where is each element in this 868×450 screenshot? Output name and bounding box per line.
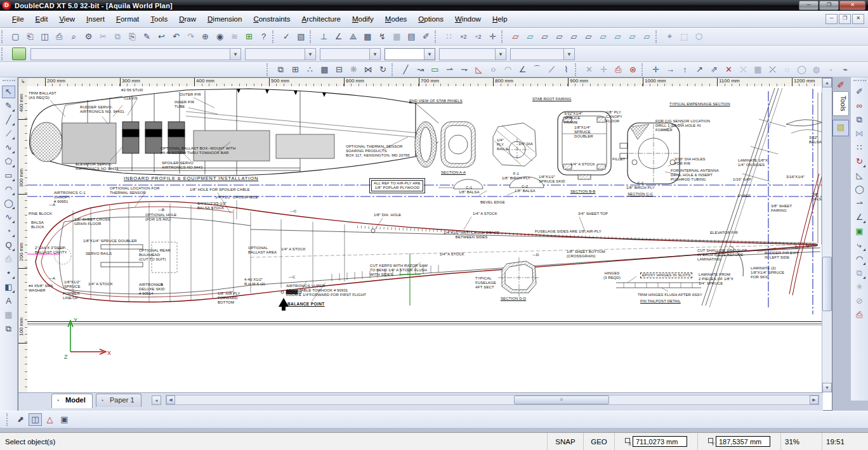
toolbar-grip[interactable] [641, 63, 647, 76]
explode-tool-icon[interactable]: ✳ [853, 281, 866, 293]
double-line-icon[interactable]: ⇀ [443, 63, 456, 76]
zoom-window-icon[interactable]: ⊕ [199, 30, 212, 43]
array-linear-icon[interactable]: ⊟ [332, 63, 346, 76]
hatch-combo[interactable]: ▾ [510, 48, 575, 60]
polyline-tool-icon[interactable]: ⟋ [2, 127, 15, 140]
toolbar-grip[interactable] [853, 80, 866, 85]
ellipse-tool-icon[interactable]: ◔ [2, 225, 15, 238]
region-tool-icon[interactable]: ▣ [853, 225, 866, 238]
plot-region-icon[interactable]: ⎙ [612, 63, 625, 76]
view-iso-ne-icon[interactable]: ▱ [596, 30, 610, 43]
menu-item[interactable]: Format [110, 11, 145, 27]
polyline-tool-icon[interactable]: ⇀ [853, 197, 866, 210]
menu-item[interactable]: Constraints [247, 11, 296, 27]
select-window-icon[interactable]: ⬚ [678, 30, 691, 43]
view-iso-se-icon[interactable]: ▱ [626, 30, 639, 43]
snap-quadrant-icon[interactable]: ◯ [795, 63, 808, 76]
break-icon[interactable]: ✕ [582, 63, 596, 76]
polyline-tool-icon[interactable]: ↝ [414, 63, 427, 76]
vertical-ruler[interactable]: 400 mm300 mm200 mm100 mm [18, 86, 28, 392]
plot-tool-icon[interactable]: ⎙ [853, 309, 866, 321]
toolbar-grip[interactable] [1, 48, 7, 60]
back-icon[interactable]: ↩ [155, 30, 168, 43]
view-right-icon[interactable]: ▱ [553, 30, 566, 43]
snap-bearing-icon[interactable]: ⇗ [707, 63, 721, 76]
group-tool-icon[interactable]: ⧉ [853, 267, 866, 280]
protractor-icon[interactable]: ⟁ [346, 30, 360, 43]
zoom-level[interactable]: 31% [780, 433, 822, 450]
view-left-icon[interactable]: ▱ [567, 30, 581, 43]
toolbar-grip[interactable] [6, 413, 12, 426]
workspace-icon[interactable]: ⬈ [14, 413, 27, 426]
snap-node-icon[interactable]: ∙ [824, 63, 838, 76]
edit-tool-icon[interactable]: ✎ [2, 100, 15, 112]
tab-model[interactable]: ◔Model [51, 394, 93, 408]
angle-measure-icon[interactable]: ∠ [332, 30, 345, 43]
magic-select-icon[interactable]: ✦ [663, 30, 676, 43]
grid-icon[interactable]: ∷ [442, 30, 456, 43]
chevron-down-icon[interactable]: ▾ [495, 49, 506, 60]
no-plot-icon[interactable]: ⊘ [853, 295, 866, 307]
toolbar-grip[interactable] [391, 63, 397, 76]
spell-options-icon[interactable]: ▧ [294, 30, 308, 43]
fillet-tool-icon[interactable]: ◠ [853, 253, 866, 266]
grid-move-icon[interactable]: ✛ [486, 30, 499, 43]
menu-item[interactable]: Architecture [296, 11, 346, 27]
view-top-icon[interactable]: ▱ [523, 30, 537, 43]
snap-toggle[interactable]: SNAP [547, 433, 583, 450]
chevron-down-icon[interactable]: ▾ [424, 49, 435, 60]
toolbar-grip[interactable] [575, 63, 581, 76]
image-icon[interactable]: ▩ [361, 30, 374, 43]
viewport-config-icon[interactable]: ▣ [58, 413, 71, 426]
snap-free-icon[interactable]: ✛ [649, 63, 662, 76]
menu-item[interactable]: Modes [379, 11, 413, 27]
redraw-icon[interactable]: ≋ [228, 30, 241, 43]
vertical-scroll-thumb[interactable] [822, 257, 832, 311]
mdi-restore-button[interactable]: ❐ [839, 14, 851, 24]
point-tool-icon[interactable]: • [2, 267, 15, 280]
select-tool-icon[interactable]: ↖ [2, 86, 15, 98]
snap-along-icon[interactable]: → [664, 63, 677, 76]
tools-palette-tab[interactable]: Tools [832, 91, 849, 116]
pen-combo[interactable]: ▾ [439, 48, 506, 60]
arc-3point-icon[interactable]: ⌒ [530, 63, 544, 76]
redo-icon[interactable]: ↷ [184, 30, 197, 43]
circle-tool-icon[interactable]: ◯ [2, 197, 15, 210]
rectangle-tool-icon[interactable]: ▭ [428, 63, 442, 76]
copy-tool-icon[interactable]: ⧉ [853, 113, 866, 126]
horizontal-scroll-thumb[interactable]: ≡ [514, 395, 609, 404]
array-radial-icon[interactable]: ❋ [347, 63, 360, 76]
mirror-icon[interactable]: ⋈ [362, 63, 375, 76]
menu-item[interactable]: Dimension [202, 11, 247, 27]
arc-tangent-icon[interactable]: ⟋ [545, 63, 558, 76]
arc-tool-icon[interactable]: ◠ [501, 63, 515, 76]
menu-item[interactable]: Insert [81, 11, 110, 27]
menu-item[interactable]: Options [412, 11, 449, 27]
select-shape-icon[interactable]: ⬡ [692, 30, 706, 43]
settings-icon[interactable]: ⚙ [82, 30, 95, 43]
print-preview-icon[interactable]: ⌕ [67, 30, 81, 43]
menu-item[interactable]: Edit [30, 11, 54, 27]
ruler-origin-button[interactable]: ↳ [18, 78, 28, 87]
array-fill-icon[interactable]: ▩ [318, 63, 331, 76]
array-polar-icon[interactable]: ∴ [303, 63, 317, 76]
snap-grid-icon[interactable]: ▦ [751, 63, 765, 76]
zoom-extents-icon[interactable]: ◉ [213, 30, 227, 43]
sketch-icon[interactable]: ✐ [419, 30, 433, 43]
minimize-button[interactable]: ─ [799, 1, 819, 10]
eraser-tool-icon[interactable]: ✐ [853, 86, 866, 98]
paste-icon[interactable]: ⎘ [126, 30, 139, 43]
color-combo[interactable]: ▾ [245, 48, 316, 60]
toolbar-grip[interactable] [310, 30, 315, 43]
tab-paper1[interactable]: ◔Paper 1 [96, 394, 141, 407]
layer-combo[interactable]: ▾ [30, 48, 241, 60]
viewport-tool-icon[interactable]: ⧉ [2, 323, 15, 335]
maximize-button[interactable]: ❐ [819, 1, 839, 10]
chevron-down-icon[interactable]: ▾ [563, 49, 574, 60]
linetype-combo[interactable]: ▾ [320, 48, 381, 60]
scroll-up-arrow[interactable]: ▲ [822, 78, 832, 87]
quick-tool-icon[interactable]: Q [2, 239, 15, 252]
copy-entities-icon[interactable]: ⧉ [274, 63, 287, 76]
arc-tool-icon[interactable]: ◠ [2, 183, 15, 196]
toolbar-grip[interactable] [435, 30, 440, 43]
